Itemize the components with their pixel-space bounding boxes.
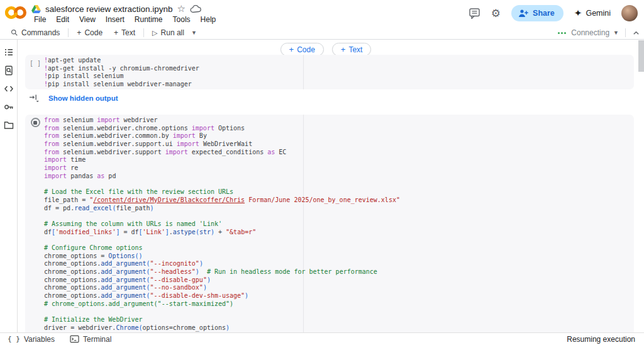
comments-icon[interactable] [469, 8, 480, 19]
braces-icon: { } [8, 335, 20, 343]
code-line: chrome_options.add_argument("--disable-d… [44, 292, 634, 300]
commands-label: Commands [21, 28, 60, 37]
code-cell-2[interactable]: from selenium import webdriverfrom selen… [25, 115, 634, 332]
add-code-label: Code [84, 28, 103, 37]
code-line [44, 308, 634, 317]
code-line: df['modified_links'] = df['Link'].astype… [44, 229, 634, 237]
table-of-contents-icon[interactable] [4, 47, 14, 57]
add-code-label: Code [297, 45, 315, 54]
code-line: # Load the Excel file with the review se… [44, 188, 634, 196]
menu-tools[interactable]: Tools [168, 14, 196, 25]
left-sidebar [0, 40, 18, 332]
run-all-dropdown-icon[interactable]: ▼ [191, 30, 197, 36]
code-line: import re [44, 164, 634, 172]
share-button[interactable]: Share [511, 5, 564, 21]
variables-label: Variables [24, 335, 55, 344]
code-line: from selenium.webdriver.chrome.options i… [44, 125, 634, 133]
drive-icon [31, 5, 41, 13]
add-code-cell-button[interactable]: + Code [280, 43, 324, 56]
code-line: chrome_options.add_argument("--disable-g… [44, 276, 634, 285]
code-line: from selenium.webdriver.support import e… [44, 149, 634, 157]
toolbar-divider [143, 28, 144, 37]
add-text-cell-button[interactable]: + Text [332, 43, 372, 56]
code-line: driver = webdriver.Chrome(options=chrome… [44, 324, 634, 332]
code-line: !apt-get update [44, 57, 634, 65]
menu-help[interactable]: Help [196, 14, 221, 25]
connecting-dots-icon [558, 32, 566, 34]
code-line: chrome_options.add_argument("--headless"… [44, 268, 634, 276]
add-text-label: Text [121, 28, 135, 37]
plus-icon: + [341, 45, 346, 54]
code-snippets-icon[interactable] [4, 84, 14, 94]
variables-button[interactable]: { } Variables [0, 335, 62, 344]
code-line [44, 212, 634, 220]
menu-edit[interactable]: Edit [51, 14, 74, 25]
cell-running-stop-button[interactable] [31, 118, 40, 127]
menu-insert[interactable]: Insert [101, 14, 130, 25]
run-all-button[interactable]: ▷ Run all ▼ [147, 28, 203, 37]
code-line: from selenium import webdriver [44, 116, 634, 125]
cell-output-bar: Show hidden output [29, 94, 118, 103]
plus-icon: + [289, 45, 294, 54]
run-cell-button[interactable]: [ ] [30, 60, 41, 67]
code-line: # Initialize the WebDriver [44, 316, 634, 324]
secrets-key-icon[interactable] [4, 102, 14, 112]
code-line: import pandas as pd [44, 172, 634, 181]
code-cell-1[interactable]: [ ] !apt-get update!apt-get install -y c… [25, 55, 634, 89]
toolbar-add-code-button[interactable]: + Code [71, 28, 108, 37]
header: salesforce review extraction.ipynb ☆ Fil… [0, 0, 644, 26]
output-toggle-icon[interactable] [29, 94, 40, 103]
notebook-title[interactable]: salesforce review extraction.ipynb [45, 4, 173, 14]
person-add-icon [518, 9, 528, 18]
run-all-label: Run all [161, 28, 184, 37]
star-icon[interactable]: ☆ [177, 3, 186, 14]
menu-bar: File Edit View Insert Runtime Tools Help [29, 14, 221, 25]
code-editor[interactable]: from selenium import webdriverfrom selen… [44, 115, 634, 332]
play-icon: ▷ [152, 29, 157, 37]
settings-gear-icon[interactable]: ⚙ [491, 7, 501, 20]
commands-button[interactable]: Commands [5, 28, 65, 37]
code-editor[interactable]: !apt-get update!apt-get install -y chrom… [44, 55, 634, 91]
code-line [44, 236, 634, 244]
add-text-label: Text [348, 45, 362, 54]
terminal-label: Terminal [83, 335, 111, 344]
toolbar-add-text-button[interactable]: + Text [108, 28, 141, 37]
notebook-toolbar: Commands + Code + Text ▷ Run all ▼ Conne… [0, 26, 644, 40]
execution-status-message: Resuming execution [567, 335, 644, 344]
collapse-header-chevron-icon[interactable] [632, 29, 640, 37]
share-label: Share [533, 9, 555, 18]
code-line: # chrome_options.add_argument("--start-m… [44, 300, 634, 308]
connection-status[interactable]: Connecting [571, 28, 609, 37]
connection-dropdown-icon[interactable]: ▼ [613, 30, 619, 36]
code-line: file_path = "/content/drive/MyDrive/Blac… [44, 196, 634, 205]
terminal-icon [70, 335, 79, 343]
colab-logo-icon[interactable] [4, 4, 27, 21]
colab-app: salesforce review extraction.ipynb ☆ Fil… [0, 0, 644, 345]
code-line: # Assuming the column with URLs is named… [44, 220, 634, 229]
code-line: from selenium.webdriver.common.by import… [44, 132, 634, 140]
gemini-button[interactable]: ✦ Gemini [574, 8, 611, 19]
cloud-saved-icon[interactable] [190, 4, 201, 13]
code-line: chrome_options.add_argument("--incognito… [44, 260, 634, 268]
gemini-sparkle-icon: ✦ [574, 8, 582, 19]
code-line: !pip install selenium webdriver-manager [44, 81, 634, 89]
menu-view[interactable]: View [74, 14, 101, 25]
toolbar-divider [68, 28, 69, 37]
code-line: chrome_options = Options() [44, 252, 634, 261]
code-line: df = pd.read_excel(file_path) [44, 205, 634, 213]
files-folder-icon[interactable] [4, 120, 14, 130]
code-line: # Configure Chrome options [44, 244, 634, 252]
terminal-button[interactable]: Terminal [62, 335, 119, 344]
notebook-scroll-area[interactable]: + Code + Text [ ] !apt-get update!apt-ge… [18, 40, 644, 332]
code-line [44, 181, 634, 189]
code-line: !apt-get install -y chromium-chromedrive… [44, 65, 634, 73]
search-icon [11, 29, 18, 37]
menu-file[interactable]: File [29, 14, 51, 25]
plus-icon: + [77, 28, 81, 37]
gemini-label: Gemini [586, 9, 611, 18]
vertical-scrollbar[interactable] [638, 40, 644, 72]
show-hidden-output-link[interactable]: Show hidden output [48, 94, 118, 102]
menu-runtime[interactable]: Runtime [130, 14, 168, 25]
avatar[interactable] [621, 5, 638, 21]
find-replace-icon[interactable] [4, 65, 14, 76]
